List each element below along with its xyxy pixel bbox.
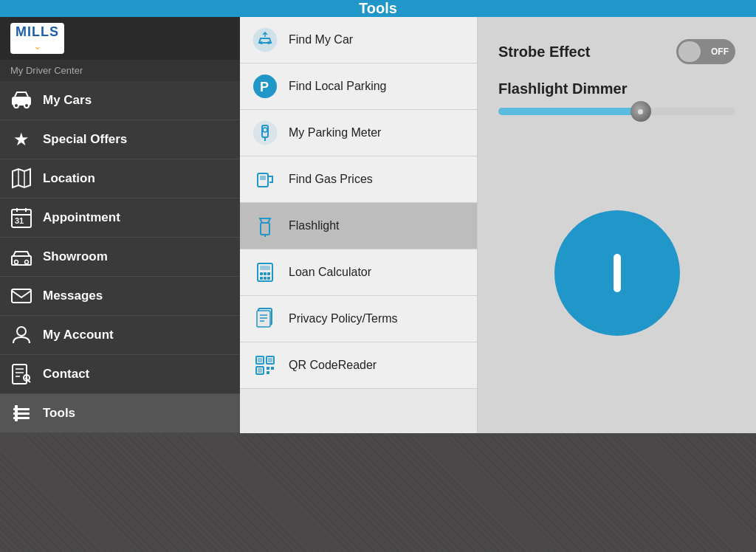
svg-point-29 [253,121,277,145]
showroom-icon [10,246,32,268]
svg-rect-43 [264,277,267,280]
svg-point-25 [260,41,263,44]
dimmer-fill [498,108,641,115]
dimmer-slider-track[interactable] [498,108,735,115]
flashlight-beam [614,254,621,292]
tool-privacy-policy[interactable]: Privacy Policy/Terms [240,296,477,342]
contact-label: Contact [43,367,89,382]
parking-icon: P [252,73,278,100]
svg-rect-38 [260,266,270,270]
svg-rect-39 [260,272,263,275]
flashlight-label: Flashlight [289,219,339,232]
svg-rect-23 [15,405,18,421]
svg-rect-42 [260,277,263,280]
svg-text:31: 31 [15,216,24,225]
calculator-icon [252,259,278,286]
person-icon [10,324,32,346]
appointment-label: Appointment [43,210,120,225]
page-title: Tools [359,0,397,17]
svg-text:P: P [260,80,269,94]
chevron-icon: ⌄ [33,40,42,52]
brand-logo: MILLS ⌄ [10,23,64,54]
mail-icon [10,285,32,307]
qr-icon [252,352,278,379]
dimmer-thumb-center [638,109,643,114]
find-gas-prices-label: Find Gas Prices [289,173,373,186]
svg-point-1 [14,103,18,108]
loan-calculator-label: Loan Calculator [289,266,371,279]
strobe-toggle[interactable]: OFF [676,39,735,64]
contact-icon [10,363,32,385]
svg-rect-56 [267,367,269,370]
map-icon [10,168,32,190]
svg-point-12 [25,260,29,263]
tool-find-my-car[interactable]: Find My Car [240,17,477,63]
svg-rect-44 [267,277,270,280]
my-account-label: My Account [43,328,114,342]
svg-point-11 [15,260,18,263]
svg-point-26 [267,41,270,44]
sidebar-item-my-cars[interactable]: My Cars [0,81,240,120]
sidebar-item-tools[interactable]: Tools [0,394,240,433]
location-label: Location [43,171,95,186]
dimmer-thumb[interactable] [630,101,651,122]
tools-label: Tools [43,406,75,421]
svg-rect-34 [260,176,266,180]
sidebar-item-special-offers[interactable]: ★ Special Offers [0,120,240,159]
sidebar-item-showroom[interactable]: Showroom [0,238,240,277]
svg-rect-13 [12,289,31,303]
showroom-label: Showroom [43,249,108,264]
find-local-parking-label: Find Local Parking [289,80,387,93]
tool-find-gas-prices[interactable]: Find Gas Prices [240,156,477,203]
svg-point-2 [24,103,29,108]
svg-rect-53 [268,358,272,362]
svg-rect-57 [271,367,274,370]
messages-label: Messages [43,289,103,303]
find-my-car-label: Find My Car [289,33,353,46]
privacy-policy-label: Privacy Policy/Terms [289,312,398,325]
sidebar-item-contact[interactable]: Contact [0,355,240,394]
brand-name: MILLS [16,25,59,40]
svg-rect-41 [267,272,270,275]
my-cars-label: My Cars [43,93,92,108]
right-panel: Strobe Effect OFF Flashlight Dimmer [478,17,756,433]
sidebar-item-appointment[interactable]: 31 Appointment [0,199,240,238]
svg-rect-40 [264,272,267,275]
sidebar-subtitle: My Driver Center [0,60,240,81]
sidebar-item-my-account[interactable]: My Account [0,316,240,355]
svg-rect-58 [267,371,269,374]
find-car-icon [252,27,278,53]
svg-point-24 [253,28,277,52]
svg-point-14 [17,327,26,336]
qr-code-label: QR CodeReader [289,359,377,372]
flashlight-circle [554,210,680,336]
tool-my-parking-meter[interactable]: My Parking Meter [240,110,477,156]
sidebar: MILLS ⌄ My Driver Center My Cars ★ Speci… [0,17,240,433]
flashlight-icon [252,213,278,239]
tool-flashlight[interactable]: Flashlight [240,203,477,249]
sidebar-brand: MILLS ⌄ [0,17,240,60]
toggle-knob [678,41,701,62]
sidebar-nav: My Cars ★ Special Offers Location 31 [0,81,240,433]
tools-icon [10,402,32,424]
strobe-label: Strobe Effect [498,44,590,61]
svg-rect-51 [258,358,262,362]
tool-find-local-parking[interactable]: P Find Local Parking [240,63,477,110]
toggle-off-label: OFF [711,46,729,57]
sidebar-item-messages[interactable]: Messages [0,277,240,316]
tool-qr-code[interactable]: QR CodeReader [240,342,477,389]
svg-rect-35 [261,223,269,235]
document-icon [252,306,278,332]
tool-loan-calculator[interactable]: Loan Calculator [240,249,477,296]
bottom-area [0,433,756,552]
my-parking-meter-label: My Parking Meter [289,126,381,139]
calendar-icon: 31 [10,207,32,229]
star-icon: ★ [10,128,32,151]
special-offers-label: Special Offers [43,132,127,147]
sidebar-item-location[interactable]: Location [0,159,240,199]
meter-icon [252,120,278,146]
dimmer-label: Flashlight Dimmer [498,80,735,97]
car-icon [10,89,32,111]
svg-rect-46 [257,311,270,327]
tools-panel: Find My Car P Find Local Parking My Park… [240,17,478,433]
